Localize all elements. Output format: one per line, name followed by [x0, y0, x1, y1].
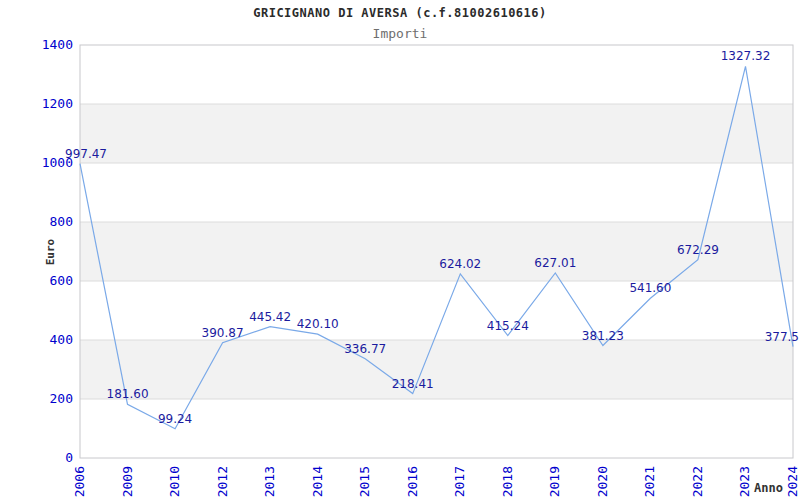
x-axis-title: Anno	[754, 481, 783, 495]
x-tick-label: 2016	[405, 466, 420, 497]
x-tick-label: 2021	[642, 466, 657, 497]
data-point-label: 627.01	[534, 256, 576, 270]
data-point-label: 997.47	[65, 147, 107, 161]
plot-area: 0200400600800100012001400200620092010201…	[0, 0, 800, 500]
plot-band	[80, 340, 793, 399]
data-point-label: 218.41	[392, 377, 434, 391]
y-tick-label: 600	[50, 273, 73, 288]
x-tick-label: 2020	[595, 466, 610, 497]
x-tick-label: 2010	[167, 466, 182, 497]
y-tick-label: 0	[65, 450, 73, 465]
plot-band	[80, 104, 793, 163]
chart-title: GRICIGNANO DI AVERSA (c.f.81002610616)	[0, 6, 800, 20]
y-tick-label: 1200	[42, 96, 73, 111]
x-tick-label: 2015	[357, 466, 372, 497]
y-tick-label: 800	[50, 214, 73, 229]
data-point-label: 99.24	[158, 412, 192, 426]
x-tick-label: 2009	[120, 466, 135, 497]
data-point-label: 541.60	[629, 281, 671, 295]
data-point-label: 420.10	[297, 317, 339, 331]
data-point-label: 1327.32	[721, 49, 771, 63]
y-tick-label: 400	[50, 332, 73, 347]
y-tick-label: 200	[50, 391, 73, 406]
data-point-label: 672.29	[677, 243, 719, 257]
data-point-label: 336.77	[344, 342, 386, 356]
x-tick-label: 2019	[547, 466, 562, 497]
x-tick-label: 2017	[452, 466, 467, 497]
x-tick-label: 2018	[500, 466, 515, 497]
x-tick-label: 2006	[72, 466, 87, 497]
x-tick-label: 2012	[215, 466, 230, 497]
chart-container: GRICIGNANO DI AVERSA (c.f.81002610616) I…	[0, 0, 800, 500]
chart-subtitle: Importi	[0, 26, 800, 41]
x-tick-label: 2023	[737, 466, 752, 497]
x-tick-label: 2024	[785, 466, 800, 497]
data-point-label: 181.60	[107, 387, 149, 401]
x-tick-label: 2013	[262, 466, 277, 497]
data-point-label: 377.5	[765, 330, 799, 344]
data-point-label: 381.23	[582, 329, 624, 343]
data-point-label: 445.42	[249, 310, 291, 324]
data-point-label: 415.24	[487, 319, 529, 333]
y-axis-title: Euro	[44, 239, 57, 266]
x-tick-label: 2014	[310, 466, 325, 497]
x-tick-label: 2022	[690, 466, 705, 497]
data-point-label: 390.87	[202, 326, 244, 340]
data-point-label: 624.02	[439, 257, 481, 271]
